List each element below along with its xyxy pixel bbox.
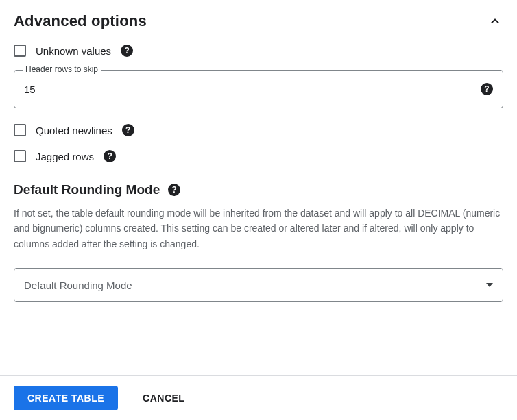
unknown-values-label: Unknown values [36, 45, 111, 57]
advanced-options-header[interactable]: Advanced options [14, 12, 503, 30]
help-icon[interactable]: ? [104, 150, 116, 162]
quoted-newlines-row: Quoted newlines ? [14, 122, 503, 138]
chevron-up-icon[interactable] [487, 13, 503, 29]
footer-actions: CREATE TABLE CANCEL [0, 375, 517, 420]
quoted-newlines-checkbox[interactable] [14, 124, 26, 136]
help-icon[interactable]: ? [121, 45, 133, 57]
quoted-newlines-label: Quoted newlines [36, 125, 112, 136]
jagged-rows-checkbox[interactable] [14, 150, 26, 162]
chevron-down-icon [486, 283, 493, 287]
unknown-values-row: Unknown values ? [14, 42, 503, 59]
rounding-mode-select[interactable]: Default Rounding Mode [14, 268, 503, 302]
rounding-mode-description: If not set, the table default rounding m… [14, 206, 503, 251]
jagged-rows-row: Jagged rows ? [14, 148, 503, 164]
jagged-rows-label: Jagged rows [36, 151, 94, 162]
rounding-mode-selected: Default Rounding Mode [14, 280, 486, 291]
header-rows-label: Header rows to skip [23, 64, 101, 74]
header-rows-field: Header rows to skip ? [14, 70, 503, 108]
section-title: Advanced options [14, 12, 147, 30]
rounding-mode-header: Default Rounding Mode ? [14, 182, 503, 197]
rounding-mode-title: Default Rounding Mode [14, 182, 160, 197]
create-table-button[interactable]: CREATE TABLE [14, 386, 118, 410]
cancel-button[interactable]: CANCEL [137, 386, 190, 410]
header-rows-input[interactable] [14, 71, 503, 108]
help-icon[interactable]: ? [168, 184, 180, 196]
help-icon[interactable]: ? [481, 83, 493, 95]
help-icon[interactable]: ? [122, 124, 134, 136]
unknown-values-checkbox[interactable] [14, 45, 26, 57]
